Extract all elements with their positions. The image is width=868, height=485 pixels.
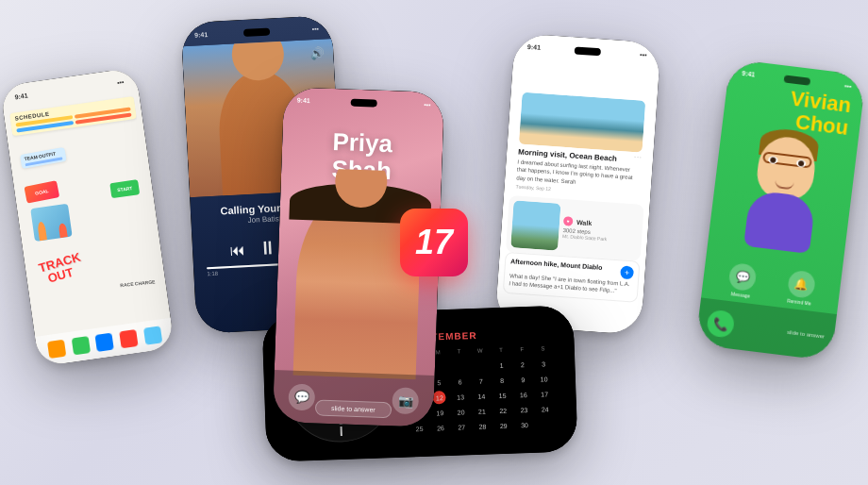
status-icons-4: ▪▪▪ (640, 51, 647, 59)
status-icons-2: ▪▪▪ (311, 25, 319, 31)
cal-day: 6 (453, 375, 466, 388)
cal-header: W (473, 344, 486, 358)
status-icons-3: ▪▪▪ (424, 101, 431, 108)
cal-day (453, 360, 466, 373)
ios17-icon: 17 (400, 209, 468, 276)
pause-icon[interactable]: ⏸ (259, 237, 278, 259)
team-outfit-note: TEAM OUTFIT (20, 147, 67, 169)
dock-icon-2 (71, 336, 90, 355)
mountain-image (510, 200, 560, 250)
cal-header: S (536, 342, 549, 355)
phone-notes: 9:41 ▪▪▪ SCHEDULE TE (0, 67, 175, 366)
remind-action[interactable]: 🔔 Remind Me (786, 270, 816, 307)
status-time-2: 9:41 (194, 30, 208, 38)
cal-day: 29 (497, 419, 510, 432)
entry3-title: Afternoon hike, Mount Diablo (510, 258, 617, 272)
journal-entry-2: ♥ Walk 3002 steps Mt. Diablo State Park (506, 195, 644, 261)
cal-header: T (452, 344, 465, 358)
stickers-area: GOAL START (20, 169, 153, 252)
ios17-version: 17 (415, 223, 453, 262)
slide-to-answer-6[interactable]: slide to answer (787, 329, 825, 340)
status-time-3: 9:41 (297, 96, 310, 103)
lockscreen-bottom: 💬 📷 (273, 370, 435, 427)
cal-day: 14 (475, 389, 488, 402)
volume-icon: 🔊 (309, 47, 325, 61)
status-icons-1: ▪▪▪ (116, 78, 124, 86)
cal-day: 7 (475, 374, 488, 387)
remind-icon: 🔔 (787, 270, 816, 299)
cal-day: 23 (517, 403, 530, 416)
dock-icon-5 (143, 326, 162, 344)
message-button[interactable]: 💬 (288, 383, 315, 410)
cal-day: 3 (537, 357, 550, 370)
call-button[interactable]: 📞 (706, 309, 735, 339)
cal-day: 8 (495, 374, 509, 387)
cal-day: 10 (537, 372, 550, 385)
message-action[interactable]: 💬 Message (727, 262, 758, 299)
cal-day: 28 (476, 419, 489, 432)
camera-button[interactable]: 📷 (392, 387, 419, 414)
activity-icon: ♥ (563, 216, 574, 226)
status-time-1: 9:41 (14, 92, 28, 100)
cal-day: 17 (538, 387, 551, 400)
dock-icon-4 (120, 329, 139, 348)
cal-day: 21 (476, 404, 489, 417)
cal-day: 16 (517, 388, 530, 401)
cal-day (474, 360, 487, 373)
status-time-4: 9:41 (527, 42, 541, 50)
main-scene: 9:41 ▪▪▪ SCHEDULE TE (0, 0, 868, 485)
cal-day: 19 (433, 406, 446, 419)
journal-entry-1: Morning visit, Ocean Beach I dreamed abo… (509, 86, 652, 204)
cal-day: 12 (433, 391, 446, 404)
time-elapsed: 1:18 (207, 271, 218, 277)
cal-day (539, 417, 552, 430)
dock-icon-1 (47, 340, 66, 359)
cal-day: 27 (455, 420, 468, 433)
dock-icon-3 (95, 333, 114, 352)
rewind-icon[interactable]: ⏮ (230, 242, 246, 259)
cal-header: T (494, 343, 508, 357)
phone-contact: 9:41 ▪▪▪ Vivian Chou (695, 59, 866, 360)
beach-image (519, 92, 646, 153)
cal-day: 9 (516, 373, 529, 386)
cal-day: 20 (454, 405, 467, 418)
phone-journal: 9:41 ▪▪▪ Morning visit, Ocean Beach I dr… (494, 33, 660, 335)
cal-day: 22 (496, 404, 509, 417)
status-icons-6: ▪▪▪ (844, 82, 852, 90)
cal-header: F (515, 343, 528, 356)
track-out-sticker: TRACK OUT (38, 253, 84, 283)
message-icon: 💬 (728, 262, 758, 292)
cal-day: 1 (494, 359, 508, 372)
cal-day: 24 (538, 402, 551, 415)
walk-label: Walk (576, 219, 593, 226)
ios17-logo: 17 (400, 209, 468, 276)
status-time-6: 9:41 (742, 69, 756, 77)
cal-day: 30 (518, 418, 531, 431)
cal-day: 2 (516, 358, 529, 371)
memoji-figure (734, 132, 832, 255)
memoji-area (728, 127, 837, 260)
cal-day: 13 (454, 390, 467, 403)
add-button[interactable]: + (620, 265, 634, 279)
cal-day: 15 (495, 389, 509, 402)
race-charge-label: RACE CHARGE (120, 278, 156, 288)
slide-to-answer[interactable]: slide to answer (315, 399, 392, 418)
cal-day: 26 (434, 421, 447, 434)
